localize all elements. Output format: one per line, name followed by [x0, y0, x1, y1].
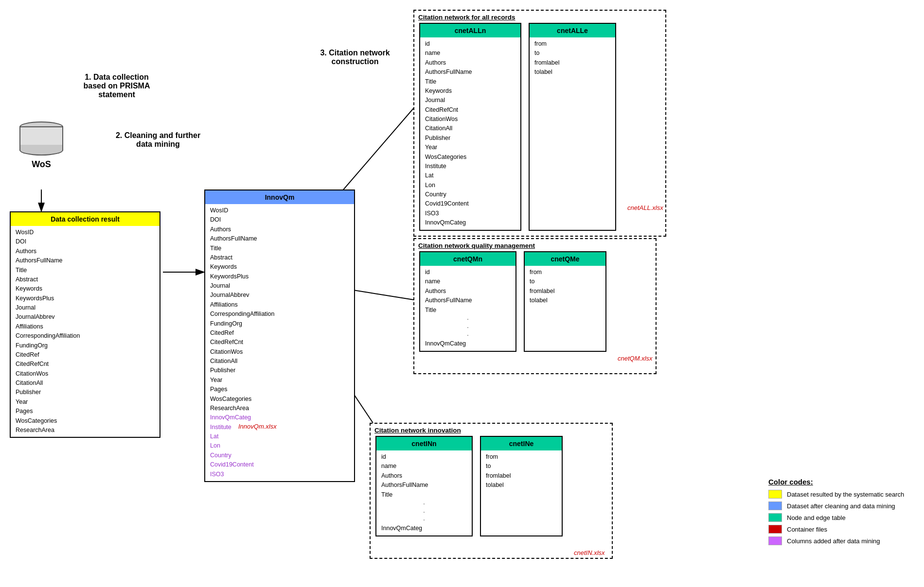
cnetalle-body: from to fromlabel tolabel [530, 37, 615, 79]
cnetalln-header: cnetALLn [420, 24, 520, 37]
legend-item-yellow: Dataset resulted by the systematic searc… [768, 490, 909, 499]
legend-item-blue: Dataset after cleaning and data mining [768, 501, 909, 510]
step1-label: 1. Data collection based on PRISMA state… [53, 73, 180, 99]
cnetall-file-label: cnetALL.xlsx [627, 204, 663, 211]
cnetqme-body: from to fromlabel tolabel [525, 266, 605, 308]
legend-item-purple: Columns added after data mining [768, 536, 909, 545]
wos-database: WoS [19, 121, 63, 170]
legend-title: Color codes: [768, 478, 909, 486]
legend-label-yellow: Dataset resulted by the systematic searc… [787, 491, 904, 498]
data-collection-body: WosID DOI Authors AuthorsFullName Title … [11, 226, 160, 437]
cnetall-box: Citation network for all records cnetALL… [413, 10, 666, 237]
cnetine-body: from to fromlabel tolabel [481, 450, 562, 492]
cnetinn-body: id name Authors AuthorsFullName Title · … [376, 450, 472, 535]
cnetin-box: Citation network innovation cnetINn id n… [370, 423, 613, 559]
legend-label-red: Container files [787, 526, 827, 533]
innovqm-table: InnovQm WosID DOI Authors AuthorsFullNam… [204, 190, 355, 482]
legend-label-purple: Columns added after data mining [787, 537, 880, 545]
cnetinn-table: cnetINn id name Authors AuthorsFullName … [375, 436, 473, 536]
cnetin-title: Citation network innovation [371, 424, 612, 436]
legend-box: Color codes: Dataset resulted by the sys… [768, 478, 909, 548]
cnetqm-title: Citation network quality management [414, 239, 656, 251]
cnetalle-header: cnetALLe [530, 24, 615, 37]
cnetqme-header: cnetQMe [525, 252, 605, 266]
data-collection-header: Data collection result [11, 212, 160, 226]
innovqm-header: InnovQm [205, 190, 354, 204]
legend-color-blue [768, 501, 782, 510]
cnetine-header: cnetINe [481, 437, 562, 450]
data-collection-table: Data collection result WosID DOI Authors… [10, 211, 160, 438]
cnetqmn-table: cnetQMn id name Authors AuthorsFullName … [419, 251, 516, 352]
cnetin-file-label: cnetIN.xlsx [574, 549, 605, 556]
cnetine-table: cnetINe from to fromlabel tolabel [480, 436, 563, 536]
cnetqme-table: cnetQMe from to fromlabel tolabel [524, 251, 606, 352]
step2-label: 2. Cleaning and further data mining [78, 131, 238, 149]
legend-color-purple [768, 536, 782, 545]
cnetalle-table: cnetALLe from to fromlabel tolabel [529, 23, 616, 231]
legend-item-green: Node and edge table [768, 513, 909, 522]
cnetqm-box: Citation network quality management cnet… [413, 238, 657, 374]
cnetall-title: Citation network for all records [414, 11, 665, 23]
cnetqmn-header: cnetQMn [420, 252, 515, 266]
legend-label-blue: Dataset after cleaning and data mining [787, 502, 895, 510]
cnetalln-table: cnetALLn id name Authors AuthorsFullName… [419, 23, 521, 231]
innovqm-file-label: InnovQm.xlsx [238, 423, 277, 430]
cnetinn-header: cnetINn [376, 437, 472, 450]
cnetalln-body: id name Authors AuthorsFullName Title Ke… [420, 37, 520, 230]
innovqm-body: WosID DOI Authors AuthorsFullName Title … [205, 204, 354, 481]
cnetqmn-body: id name Authors AuthorsFullName Title · … [420, 266, 515, 351]
legend-item-red: Container files [768, 525, 909, 534]
diagram-container: 1. Data collection based on PRISMA state… [0, 0, 924, 587]
legend-color-red [768, 525, 782, 534]
legend-color-green [768, 513, 782, 522]
legend-label-green: Node and edge table [787, 514, 846, 521]
step3-label: 3. Citation network construction [282, 49, 428, 66]
legend-color-yellow [768, 490, 782, 499]
cnetqm-file-label: cnetQM.xlsx [618, 355, 653, 362]
